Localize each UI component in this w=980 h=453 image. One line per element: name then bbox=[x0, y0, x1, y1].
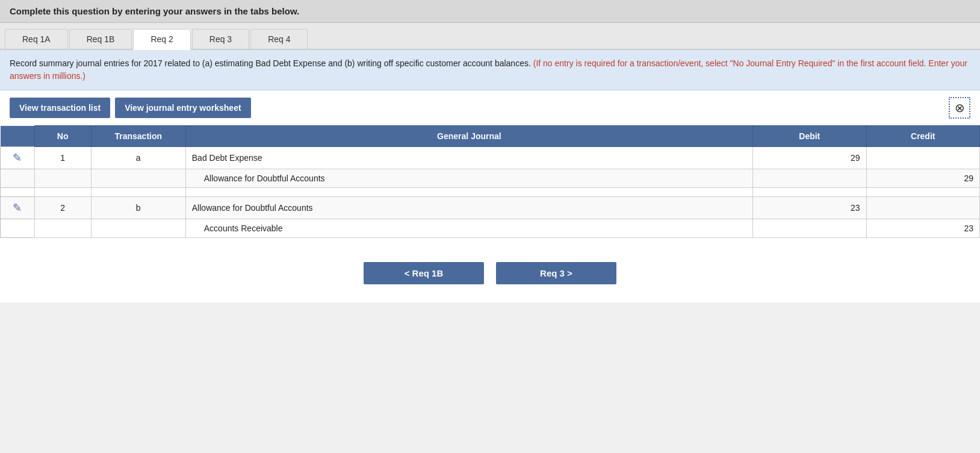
row-transaction: b bbox=[91, 197, 185, 219]
edit-icon[interactable]: ✎ bbox=[13, 202, 22, 214]
row-debit[interactable]: 23 bbox=[753, 197, 866, 219]
row-general-journal[interactable]: Accounts Receivable bbox=[185, 219, 752, 238]
view-journal-button[interactable]: View journal entry worksheet bbox=[115, 98, 250, 118]
tab-req3[interactable]: Req 3 bbox=[192, 29, 249, 49]
close-button[interactable]: ⊗ bbox=[949, 97, 970, 119]
page-instruction: Complete this question by entering your … bbox=[0, 0, 980, 23]
tab-req1a[interactable]: Req 1A bbox=[5, 29, 68, 49]
edit-icon-cell bbox=[1, 169, 35, 188]
description-box: Record summary journal entries for 2017 … bbox=[0, 50, 980, 90]
row-transaction bbox=[91, 169, 185, 188]
row-no: 2 bbox=[34, 197, 91, 219]
row-debit[interactable] bbox=[753, 219, 866, 238]
row-credit[interactable] bbox=[866, 197, 980, 219]
row-credit[interactable] bbox=[866, 188, 980, 197]
table-row bbox=[1, 188, 980, 197]
row-credit[interactable] bbox=[866, 147, 980, 169]
nav-row: < Req 1B Req 3 > bbox=[0, 250, 980, 302]
edit-icon-cell bbox=[1, 219, 35, 238]
row-credit[interactable]: 23 bbox=[866, 219, 980, 238]
row-transaction bbox=[91, 188, 185, 197]
row-general-journal[interactable] bbox=[185, 188, 752, 197]
col-header-credit: Credit bbox=[866, 126, 980, 147]
view-transaction-button[interactable]: View transaction list bbox=[10, 98, 110, 118]
col-header-no: No bbox=[34, 126, 91, 147]
col-header-debit: Debit bbox=[753, 126, 866, 147]
row-general-journal[interactable]: Allowance for Doubtful Accounts bbox=[185, 169, 752, 188]
tab-req2[interactable]: Req 2 bbox=[133, 29, 190, 50]
row-debit[interactable] bbox=[753, 169, 866, 188]
col-header-transaction: Transaction bbox=[91, 126, 185, 147]
next-button[interactable]: Req 3 > bbox=[496, 262, 616, 284]
edit-icon-cell[interactable]: ✎ bbox=[1, 197, 35, 219]
description-main: Record summary journal entries for 2017 … bbox=[10, 58, 531, 68]
row-credit[interactable]: 29 bbox=[866, 169, 980, 188]
edit-icon[interactable]: ✎ bbox=[13, 152, 22, 164]
col-header-general-journal: General Journal bbox=[185, 126, 752, 147]
instruction-text: Complete this question by entering your … bbox=[10, 6, 299, 16]
row-debit[interactable] bbox=[753, 188, 866, 197]
close-icon: ⊗ bbox=[955, 101, 965, 115]
action-row: View transaction list View journal entry… bbox=[0, 90, 980, 125]
table-row: ✎1aBad Debt Expense29 bbox=[1, 147, 980, 169]
prev-button[interactable]: < Req 1B bbox=[364, 262, 484, 284]
row-no bbox=[34, 219, 91, 238]
tabs-container: Req 1A Req 1B Req 2 Req 3 Req 4 bbox=[0, 23, 980, 50]
edit-icon-cell[interactable]: ✎ bbox=[1, 147, 35, 169]
journal-table: No Transaction General Journal Debit Cre… bbox=[0, 125, 980, 238]
row-no: 1 bbox=[34, 147, 91, 169]
row-no bbox=[34, 169, 91, 188]
tab-req4[interactable]: Req 4 bbox=[250, 29, 308, 49]
row-transaction: a bbox=[91, 147, 185, 169]
row-no bbox=[34, 188, 91, 197]
table-row: Accounts Receivable23 bbox=[1, 219, 980, 238]
table-row: Allowance for Doubtful Accounts29 bbox=[1, 169, 980, 188]
edit-icon-cell bbox=[1, 188, 35, 197]
row-debit[interactable]: 29 bbox=[753, 147, 866, 169]
table-row: ✎2bAllowance for Doubtful Accounts23 bbox=[1, 197, 980, 219]
row-general-journal[interactable]: Bad Debt Expense bbox=[185, 147, 752, 169]
row-general-journal[interactable]: Allowance for Doubtful Accounts bbox=[185, 197, 752, 219]
table-header-row: No Transaction General Journal Debit Cre… bbox=[1, 126, 980, 147]
row-transaction bbox=[91, 219, 185, 238]
journal-table-wrapper: No Transaction General Journal Debit Cre… bbox=[0, 125, 980, 238]
tab-req1b[interactable]: Req 1B bbox=[69, 29, 132, 49]
